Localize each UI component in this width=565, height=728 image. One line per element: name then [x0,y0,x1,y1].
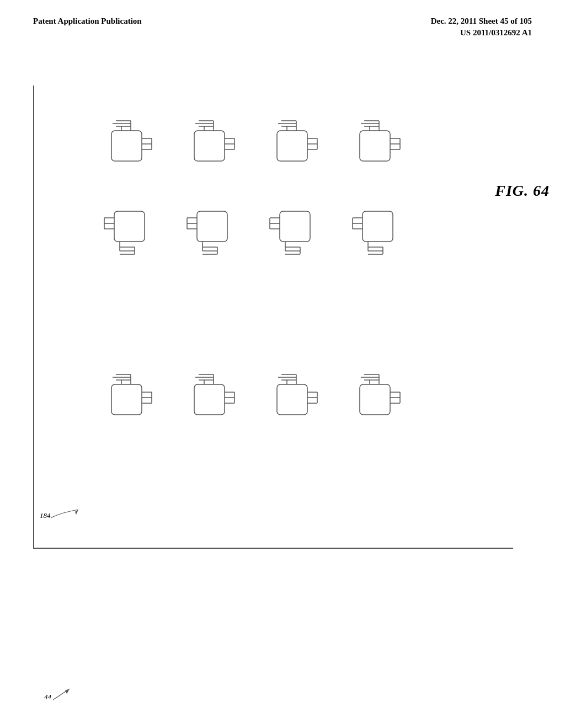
icon-row2-col4 [349,201,407,261]
icon-row1-col3 [266,119,321,176]
svg-rect-65 [280,211,310,242]
icon-row3-col3 [266,372,321,430]
icon-row2-col1 [100,201,158,261]
svg-rect-75 [363,211,393,242]
ref-184-label: 184 [40,511,51,520]
icon-row2-col2 [183,201,241,261]
svg-rect-45 [114,211,145,242]
icon-row1-col2 [183,119,238,176]
ref-44-label: 44 [44,693,51,702]
icon-row2-col3 [266,201,324,261]
publication-title: Patent Application Publication [33,15,142,27]
date-sheet: Dec. 22, 2011 Sheet 45 of 105 [431,15,532,27]
publication-info: Dec. 22, 2011 Sheet 45 of 105 US 2011/03… [431,15,532,39]
svg-rect-96 [194,384,225,415]
svg-rect-16 [194,131,225,161]
svg-rect-106 [277,384,307,415]
icon-row3-col1 [100,372,156,430]
page-header: Patent Application Publication Dec. 22, … [0,0,565,39]
svg-rect-36 [360,131,390,161]
figure-label: FIG. 64 [495,182,550,200]
icon-row1-col4 [349,119,404,176]
svg-rect-55 [197,211,227,242]
svg-rect-5 [111,131,142,161]
svg-marker-122 [65,689,70,694]
svg-rect-86 [111,384,142,415]
svg-rect-26 [277,131,307,161]
drawing-area: 184 [33,85,513,549]
icon-row1-col1 [100,119,156,176]
svg-rect-116 [360,384,390,415]
icon-row3-col2 [183,372,238,430]
icon-row3-col4 [349,372,404,430]
patent-number: US 2011/0312692 A1 [431,27,532,39]
